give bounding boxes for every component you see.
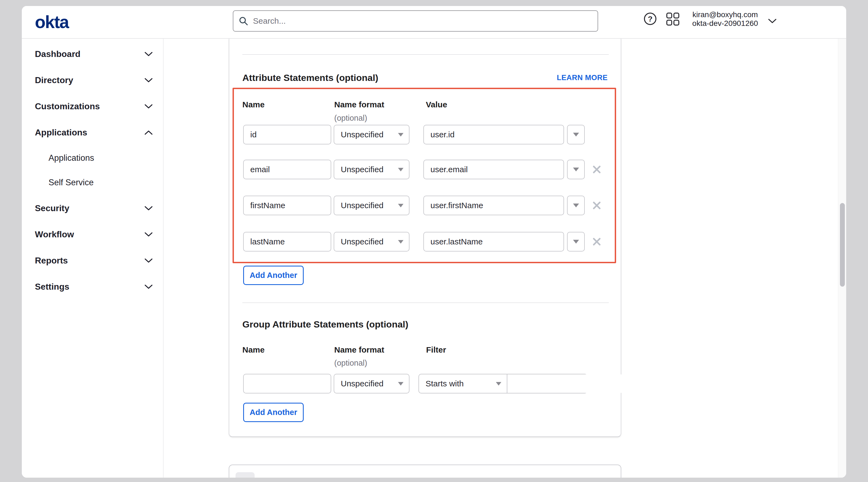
app-window: okta ? kiran@: [22, 6, 846, 478]
attribute-name-input[interactable]: [243, 196, 331, 215]
attribute-statements-highlight-box: Name Name format Value (optional) Unspec…: [232, 88, 616, 263]
select-caret-icon: [573, 240, 579, 244]
add-another-attribute-button[interactable]: Add Another: [243, 266, 304, 285]
attribute-row: Unspecified: [234, 125, 615, 144]
select-caret-icon: [398, 382, 403, 386]
chevron-up-icon: [145, 130, 153, 135]
scrollbar-track[interactable]: [838, 39, 846, 478]
value-dropdown-button[interactable]: [567, 232, 585, 252]
name-format-select[interactable]: Unspecified: [334, 232, 409, 252]
optional-note: (optional): [334, 359, 367, 367]
select-caret-icon: [398, 204, 403, 207]
remove-row-icon[interactable]: [592, 165, 601, 174]
attribute-name-input[interactable]: [243, 232, 331, 252]
attribute-row: Unspecified: [234, 232, 615, 252]
topbar: okta ? kiran@: [22, 6, 846, 39]
attribute-row: Unspecified: [234, 196, 615, 215]
section-placeholder-chip: [236, 472, 255, 478]
attribute-name-input[interactable]: [243, 160, 331, 179]
value-dropdown-button[interactable]: [567, 125, 585, 144]
optional-note: (optional): [334, 114, 367, 123]
learn-more-link[interactable]: LEARN MORE: [557, 73, 608, 82]
attribute-value-input[interactable]: [423, 196, 564, 215]
attribute-value-input[interactable]: [423, 160, 564, 179]
chevron-down-icon: [145, 285, 153, 289]
sidebar-item-customizations[interactable]: Customizations: [35, 98, 153, 115]
sidebar-item-applications[interactable]: Applications: [35, 124, 153, 140]
attribute-row: Unspecified: [234, 160, 615, 179]
chevron-down-icon: [145, 104, 153, 109]
group-attribute-row: Unspecified Starts with: [229, 374, 621, 393]
group-name-format-select[interactable]: Unspecified: [334, 374, 409, 393]
sidebar: Dashboard Directory Customizations Appli…: [22, 39, 163, 478]
sidebar-item-settings[interactable]: Settings: [35, 279, 153, 295]
help-icon[interactable]: ?: [643, 11, 657, 26]
column-header-name: Name: [242, 345, 265, 354]
attribute-name-input[interactable]: [243, 125, 331, 144]
user-email: kiran@boxyhq.com: [688, 10, 762, 19]
remove-row-icon[interactable]: [592, 237, 601, 246]
user-menu-chevron-down-icon[interactable]: [768, 18, 777, 24]
value-dropdown-button[interactable]: [567, 160, 585, 179]
chevron-down-icon: [145, 258, 153, 263]
name-format-select[interactable]: Unspecified: [334, 160, 409, 179]
saml-settings-panel: Attribute Statements (optional) LEARN MO…: [229, 39, 621, 437]
select-caret-icon: [398, 133, 403, 136]
sidebar-item-directory[interactable]: Directory: [35, 72, 153, 88]
attribute-statements-title: Attribute Statements (optional): [242, 72, 378, 84]
column-header-format: Name format: [334, 345, 384, 354]
name-format-select[interactable]: Unspecified: [334, 196, 409, 215]
select-caret-icon: [573, 167, 579, 171]
attribute-value-input[interactable]: [423, 232, 564, 252]
search-box[interactable]: [233, 10, 598, 32]
search-icon: [239, 17, 248, 26]
chevron-down-icon: [145, 232, 153, 237]
sidebar-subitem-applications[interactable]: Applications: [49, 151, 153, 166]
select-caret-icon: [398, 240, 403, 244]
filter-type-select[interactable]: Starts with: [419, 374, 507, 393]
okta-logo[interactable]: okta: [35, 13, 69, 31]
svg-text:?: ?: [648, 15, 652, 23]
name-format-select[interactable]: Unspecified: [334, 125, 409, 144]
chevron-down-icon: [145, 52, 153, 56]
sidebar-item-reports[interactable]: Reports: [35, 252, 153, 269]
next-section-panel: [229, 464, 621, 478]
section-divider: [242, 54, 609, 55]
section-divider: [242, 302, 609, 303]
user-menu[interactable]: kiran@boxyhq.com okta-dev-20901260: [688, 10, 762, 28]
column-header-filter: Filter: [426, 345, 446, 354]
sidebar-item-dashboard[interactable]: Dashboard: [35, 46, 153, 62]
group-filter-control: Starts with: [418, 374, 587, 393]
sidebar-item-security[interactable]: Security: [35, 200, 153, 216]
user-org: okta-dev-20901260: [688, 19, 762, 28]
sidebar-subitem-self-service[interactable]: Self Service: [49, 175, 153, 190]
value-dropdown-button[interactable]: [567, 196, 585, 215]
search-input[interactable]: [252, 16, 592, 26]
filter-value-input[interactable]: [507, 374, 623, 393]
chevron-down-icon: [145, 206, 153, 211]
group-name-input[interactable]: [243, 374, 331, 393]
apps-grid-icon[interactable]: [666, 12, 680, 26]
select-caret-icon: [573, 203, 579, 207]
sidebar-item-workflow[interactable]: Workflow: [35, 226, 153, 243]
select-caret-icon: [496, 382, 501, 386]
remove-row-icon[interactable]: [592, 201, 601, 210]
attribute-value-input[interactable]: [423, 125, 564, 144]
column-header-format: Name format: [334, 100, 384, 109]
select-caret-icon: [398, 168, 403, 171]
chevron-down-icon: [145, 78, 153, 83]
scrollbar-thumb[interactable]: [840, 203, 845, 287]
column-header-name: Name: [242, 100, 265, 109]
add-another-group-attribute-button[interactable]: Add Another: [243, 403, 304, 422]
select-caret-icon: [573, 133, 579, 136]
group-attribute-statements-title: Group Attribute Statements (optional): [242, 319, 408, 330]
column-header-value: Value: [426, 100, 447, 109]
